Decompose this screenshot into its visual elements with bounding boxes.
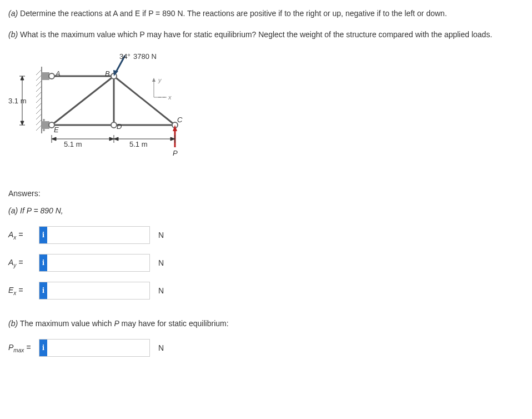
- svg-line-7: [36, 103, 42, 108]
- force-label: 3780 N: [133, 52, 157, 61]
- info-icon[interactable]: i: [39, 282, 47, 299]
- label-ex: Ex =: [8, 286, 39, 296]
- input-box-ay: i: [39, 254, 150, 272]
- svg-marker-33: [152, 78, 155, 82]
- question-b-text: What is the maximum value which P may ha…: [18, 30, 492, 39]
- point-c: C: [177, 116, 182, 124]
- svg-line-4: [36, 86, 42, 92]
- svg-line-5: [36, 92, 42, 97]
- input-ex[interactable]: [47, 282, 149, 299]
- svg-line-1: [36, 69, 42, 75]
- svg-line-2: [36, 75, 42, 81]
- question-a: (a) Determine the reactions at A and E i…: [8, 8, 524, 19]
- svg-point-21: [49, 73, 54, 79]
- svg-line-8: [36, 108, 42, 114]
- label-ax: Ax =: [8, 230, 39, 241]
- svg-rect-12: [42, 72, 49, 80]
- input-row-ex: Ex = i N: [8, 282, 524, 300]
- angle-label: 34°: [119, 52, 131, 61]
- svg-point-15: [43, 129, 45, 131]
- input-ay[interactable]: [47, 255, 149, 271]
- part-b-label: (b) The maximum value which P may have f…: [8, 319, 524, 328]
- svg-point-14: [43, 119, 45, 121]
- label-pmax: Pmax =: [8, 343, 39, 353]
- svg-line-10: [36, 119, 42, 125]
- svg-line-6: [36, 97, 42, 103]
- label-ay: Ay =: [8, 258, 39, 268]
- info-icon[interactable]: i: [39, 340, 47, 356]
- svg-point-24: [111, 122, 117, 128]
- info-icon[interactable]: i: [39, 255, 47, 271]
- point-a: A: [56, 69, 61, 78]
- unit-ay: N: [158, 258, 164, 267]
- question-b: (b) What is the maximum value which P ma…: [8, 29, 524, 41]
- point-e: E: [54, 126, 59, 134]
- dim-h1: 5.1 m: [64, 140, 82, 148]
- input-row-ay: Ay = i N: [8, 254, 524, 272]
- diagram-svg: y x: [8, 50, 186, 172]
- dim-vertical: 3.1 m: [8, 97, 27, 105]
- svg-marker-39: [21, 76, 24, 80]
- input-ax[interactable]: [47, 227, 149, 243]
- input-box-ex: i: [39, 282, 150, 300]
- input-pmax[interactable]: [47, 340, 149, 356]
- answers-header: Answers:: [8, 189, 524, 198]
- input-box-ax: i: [39, 226, 150, 244]
- axis-y-label: y: [158, 77, 162, 83]
- input-row-ax: Ax = i N: [8, 226, 524, 244]
- svg-rect-13: [42, 121, 49, 129]
- dim-h2: 5.1 m: [129, 140, 148, 148]
- question-b-label: (b): [8, 30, 18, 39]
- input-box-pmax: i: [39, 339, 150, 357]
- svg-line-20: [114, 76, 175, 125]
- svg-line-11: [36, 125, 42, 131]
- input-row-pmax: Pmax = i N: [8, 339, 524, 357]
- svg-marker-46: [52, 137, 56, 141]
- question-a-text: Determine the reactions at A and E if P …: [18, 9, 447, 18]
- point-b: B: [105, 69, 110, 78]
- point-d: D: [117, 122, 122, 131]
- svg-line-3: [36, 81, 42, 86]
- truss-diagram: y x 34° 3780 N A B C D E P 3.1 m: [8, 50, 186, 172]
- svg-line-19: [52, 76, 114, 125]
- axis-x-label: x: [168, 94, 172, 101]
- point-p: P: [173, 149, 178, 157]
- svg-marker-48: [114, 137, 118, 141]
- svg-line-9: [36, 114, 42, 119]
- unit-ex: N: [158, 286, 164, 295]
- unit-pmax: N: [158, 343, 164, 352]
- info-icon[interactable]: i: [39, 227, 47, 243]
- question-a-label: (a): [8, 9, 18, 18]
- unit-ax: N: [158, 231, 164, 240]
- svg-marker-40: [21, 121, 24, 125]
- part-a-label: (a) If P = 890 N,: [8, 206, 524, 215]
